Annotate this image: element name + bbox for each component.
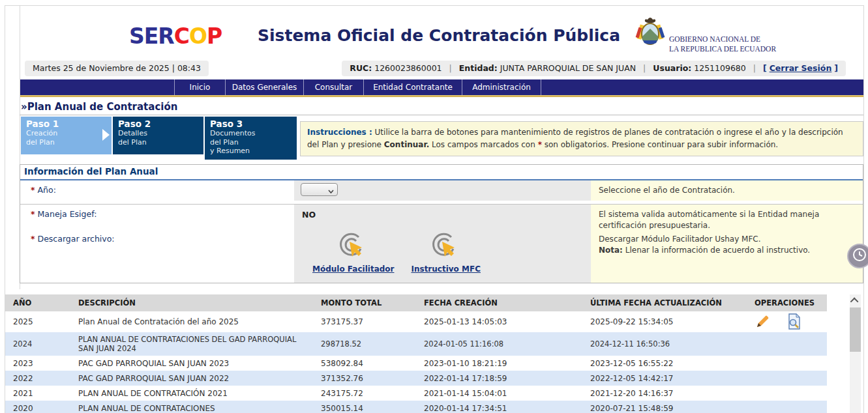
logout-link[interactable]: Cerrar Sesión [770,63,832,73]
download-help-line2: Nota: Llenar la información de acuerdo a… [599,245,855,256]
separator: | [449,63,452,73]
cell-year: 2020 [5,402,70,413]
step-arrow-icon [102,129,110,141]
scrollbar-thumb[interactable] [850,307,861,352]
cell-updated: 2025-09-22 15:34:05 [582,315,747,328]
col-header-operaciones: OPERACIONES [747,294,827,311]
logout-bracket-open: [ [763,63,767,73]
nav-item-datos-generales[interactable]: Datos Generales [225,79,303,95]
module-facilitador-link[interactable]: Módulo Facilitador [312,264,394,274]
user-value: 1251109680 [694,63,746,73]
logo-ser: SER [129,23,174,49]
step-line: del Plan [118,138,198,147]
cell-amount: 538092.84 [313,357,416,370]
table-header-row: AÑO DESCRIPCIÓN MONTO TOTAL FECHA CREACI… [5,294,827,311]
click-cursor-icon [431,252,461,264]
government-line1: GOBIERNO NACIONAL DE [669,35,776,44]
required-asterisk: * [31,185,35,195]
cell-created: 2025-01-13 14:05:03 [416,315,582,328]
required-asterisk: * [31,209,35,219]
nav-item-administracion[interactable]: Administración [462,79,541,95]
col-header-monto: MONTO TOTAL [313,294,416,311]
section-title: Información del Plan Anual [20,165,863,180]
cell-description: PAC GAD PARROQUIAL SAN JUAN 2023 [70,357,313,370]
module-download[interactable]: Módulo Facilitador [312,232,394,274]
col-header-fecha-creacion: FECHA CREACIÓN [416,294,582,311]
cell-year: 2024 [5,337,70,350]
separator: | [753,63,756,73]
cell-description: PAC GAD PARROQUIAL SAN JUAN 2022 [70,372,313,385]
cell-updated: 2021-12-20 14:16:37 [582,387,747,400]
form-row-esigef: * Maneja Esigef: NO El sistema valida au… [20,205,863,229]
clock-widget-button[interactable] [847,244,868,268]
year-help: Seleccione el año de Contratación. [591,180,863,201]
cell-updated: 2020-07-21 15:48:59 [582,402,747,413]
col-header-ano: AÑO [5,294,70,311]
download-cell-wrap: Módulo Facilitador Instructivo MFC [294,229,591,283]
table-row: 2024 PLAN ANUAL DE CONTRATACIONES DEL GA… [5,332,827,356]
form-row-year: * Año: Seleccione el año de Contratación… [20,180,863,199]
breadcrumb-rule [20,115,863,115]
cell-description: Plan Anual de Contratación del año 2025 [70,315,313,328]
step-line: del Plan [26,138,106,147]
cell-year: 2025 [5,315,70,328]
cell-operations [747,342,827,346]
instructions-label: Instrucciones : [307,128,372,137]
plan-table: AÑO DESCRIPCIÓN MONTO TOTAL FECHA CREACI… [5,294,827,413]
table-row: 2021 PLAN ANUAL DE CONTRATACIÓN 2021 243… [5,386,827,401]
year-field-cell [294,180,591,201]
col-header-actualizacion: ÚLTIMA FECHA ACTUALIZACIÓN [582,294,747,311]
esigef-value: NO [302,210,591,220]
cell-operations [747,392,827,395]
download-help: Descargar Módulo Facilitador Ushay MFC. … [591,229,863,283]
cell-created: 2023-01-10 18:21:19 [416,357,582,370]
breadcrumb: »Plan Anual de Contratación [21,101,177,113]
cell-amount: 298718.52 [313,337,416,350]
government-label: GOBIERNO NACIONAL DE LA REPUBLICA DEL EC… [669,35,776,54]
cell-operations [747,362,827,365]
table-scrollbar[interactable] [850,294,861,413]
instructive-download[interactable]: Instructivo MFC [411,232,481,274]
note-text: Llenar la información de acuerdo al inst… [623,246,810,255]
edit-pencil-icon[interactable] [755,314,770,330]
cell-updated: 2023-12-05 16:55:22 [582,357,747,370]
table-row: 2023 PAC GAD PARROQUIAL SAN JUAN 2023 53… [5,356,827,371]
year-label-text: Año: [38,185,56,195]
step-line: Documentos [210,129,292,138]
cell-updated: 2022-12-05 14:42:17 [582,372,747,385]
instructions-text: son obligatorios. Presione continuar par… [542,140,778,149]
required-asterisk: * [31,234,35,244]
page-title: Sistema Oficial de Contratación Pública [258,26,620,45]
nav-item-inicio[interactable]: Inicio [174,79,225,95]
download-label: * Descargar archivo: [20,229,294,283]
instructions-text: Los campos marcados con [429,140,537,149]
cell-amount: 243175.72 [313,387,416,400]
instructivo-mfc-link[interactable]: Instructivo MFC [411,264,481,274]
nav-item-entidad-contratante[interactable]: Entidad Contratante [363,79,462,95]
instructions-box: Instrucciones : Utilice la barra de boto… [300,121,863,156]
scroll-up-button[interactable] [850,294,861,306]
col-header-descripcion: DESCRIPCIÓN [70,294,313,311]
form-row-download: * Descargar archivo: Módulo Facilitador [20,229,863,283]
year-label: * Año: [20,180,294,201]
nav-item-consultar[interactable]: Consultar [303,79,363,95]
step-3-documentos: Paso 3 Documentos del Plan y Resumen [205,117,297,160]
cell-year: 2021 [5,387,70,400]
chevron-up-icon [850,297,859,306]
view-document-icon[interactable] [787,313,801,330]
datetime-badge: Martes 25 de Noviembre de 2025 | 08:43 [25,61,209,76]
cell-created: 2022-01-14 17:18:59 [416,372,582,385]
gold-accent-line [20,95,863,97]
logo-c: C [174,23,189,49]
step-line: del Plan [210,138,292,147]
cell-operations [747,377,827,380]
table-row: 2022 PAC GAD PARROQUIAL SAN JUAN 2022 37… [5,371,827,386]
frame-right [863,5,864,413]
cell-created: 2020-01-14 17:34:51 [416,402,582,413]
frame-top [5,5,863,6]
cell-amount: 373175.37 [313,315,416,328]
entity-value: JUNTA PARROQUIAL DE SAN JUAN [500,63,636,73]
year-select[interactable] [301,183,338,196]
cell-year: 2023 [5,357,70,370]
cell-year: 2022 [5,372,70,385]
